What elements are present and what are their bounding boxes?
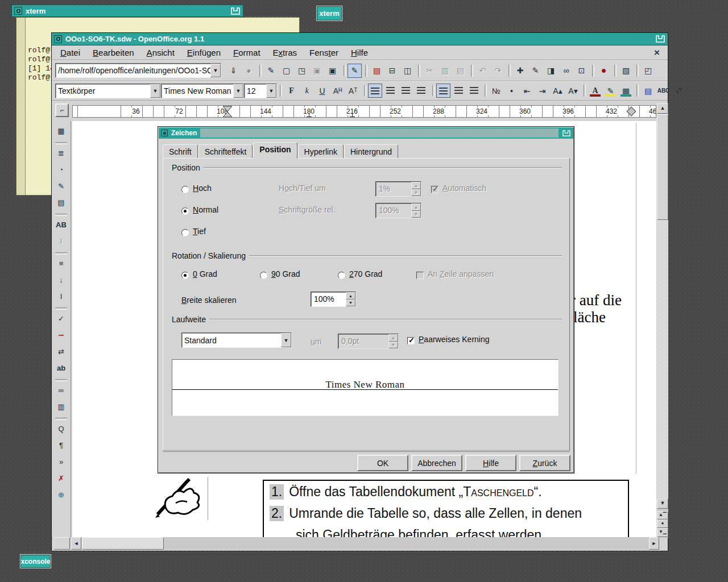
scroll-down-button[interactable]: ▼	[657, 498, 668, 509]
form-functions-icon[interactable]: ▤	[54, 196, 68, 210]
radio-0-grad[interactable]	[181, 272, 189, 279]
increase-font-icon[interactable]: A▴	[551, 84, 565, 98]
url-dropdown-button[interactable]: ▼	[210, 64, 221, 77]
vertical-scrollbar-track[interactable]	[657, 220, 668, 498]
spin-down-icon[interactable]: ▼	[346, 300, 355, 307]
scroll-left-button[interactable]: ◄	[71, 537, 81, 550]
line-spacing-1-icon[interactable]	[436, 84, 450, 98]
insert-fields-icon[interactable]: ≣	[54, 146, 68, 160]
radio-90-grad[interactable]	[260, 272, 267, 279]
url-combo[interactable]: /home/rolf/openoffice/anleitungen/OOo1-S…	[55, 63, 221, 78]
scroll-right-button[interactable]: ►	[649, 537, 659, 550]
undo-icon[interactable]: ↶	[475, 64, 490, 78]
line-spacing-15-icon[interactable]	[452, 84, 466, 98]
subscript-icon[interactable]: Aᵀ	[346, 84, 360, 98]
superscript-icon[interactable]: Aᴴ	[330, 84, 345, 98]
menu-item-ansicht[interactable]: Ansicht	[140, 47, 181, 59]
increase-indent-icon[interactable]: ⇥	[535, 84, 549, 98]
horizontal-ruler[interactable]: 3672108144180216252288324360396432468	[72, 105, 656, 118]
online-layout-icon[interactable]: ⊕	[54, 488, 68, 502]
open-folder-icon[interactable]: ◰	[641, 64, 655, 78]
edit-mode-icon[interactable]: ✎	[348, 64, 362, 78]
laufweite-combo[interactable]: Standard ▼	[181, 332, 292, 348]
menu-item-extras[interactable]: Extras	[267, 47, 304, 59]
online-layout-icon[interactable]: ⊡	[574, 64, 589, 78]
reduce-font-icon[interactable]: A▾	[566, 84, 580, 98]
align-right-icon[interactable]	[399, 84, 413, 98]
tab-type-button[interactable]: ⌐	[55, 103, 69, 117]
paragraph-background-icon[interactable]: ▦	[619, 84, 633, 98]
menu-item-einf-gen[interactable]: Einfügen	[181, 47, 227, 59]
insert-object-icon[interactable]: ◔	[54, 163, 68, 177]
save-document-icon[interactable]: ▣	[310, 64, 324, 78]
save-all-icon[interactable]: ▣	[325, 64, 340, 78]
hierarchy-icon[interactable]: ↓	[54, 273, 68, 287]
cut-icon[interactable]: ✂	[423, 64, 437, 78]
new-document-icon[interactable]: ▢	[279, 64, 293, 78]
insert-graphics-icon[interactable]: ▧	[619, 64, 633, 78]
font-name-value[interactable]: Times New Roman	[162, 86, 233, 95]
export-pdf-icon[interactable]: ▤	[370, 64, 384, 78]
tab-stop-marker[interactable]	[306, 113, 312, 117]
tab-schrift[interactable]: Schrift	[163, 144, 198, 159]
radio-tief[interactable]	[181, 229, 189, 236]
tab-hyperlink[interactable]: Hyperlink	[298, 144, 344, 159]
xconsole-minimized-icon[interactable]: xconsole	[20, 555, 51, 568]
laufweite-value[interactable]: Standard	[182, 336, 281, 345]
data-sources-icon[interactable]: ▥	[54, 400, 68, 414]
abbrechen-button[interactable]: Abbrechen	[411, 455, 462, 471]
navigator-icon[interactable]: ✚	[513, 64, 527, 78]
style-dropdown-button[interactable]: ▼	[150, 84, 160, 98]
font-dropdown-button[interactable]: ▼	[233, 84, 243, 98]
search-icon[interactable]: ∞	[54, 383, 68, 397]
stylist-icon[interactable]: ✎	[528, 64, 543, 78]
direct-cursor-icon[interactable]: I	[54, 234, 68, 248]
gallery-icon[interactable]: ◨	[544, 64, 558, 78]
dialog-menu-button[interactable]	[161, 130, 168, 136]
autotext-icon[interactable]: AB	[54, 218, 68, 232]
open-document-icon[interactable]: ◳	[295, 64, 309, 78]
menu-item-fenster[interactable]: Fenster	[303, 47, 345, 59]
url-value[interactable]: /home/rolf/openoffice/anleitungen/OOo1-S…	[56, 66, 210, 75]
spellcheck-icon[interactable]: ✓	[54, 311, 68, 326]
print-icon[interactable]: ⊟	[385, 64, 399, 78]
horizontal-scrollbar-thumb[interactable]	[82, 537, 164, 550]
menu-item-hilfe[interactable]: Hilfe	[345, 47, 374, 59]
stop-loading-icon[interactable]: ●	[242, 64, 256, 78]
dialog-titlebar[interactable]: Zeichen	[159, 127, 573, 139]
xterm-minimized-icon[interactable]: xterm	[317, 6, 342, 20]
hyperlink-cursor-icon[interactable]: »	[54, 455, 68, 469]
menu-item-bearbeiten[interactable]: Bearbeiten	[86, 47, 140, 59]
character-dialog-icon[interactable]: ▤	[641, 84, 655, 98]
copy-icon[interactable]: ▥	[438, 64, 452, 78]
insert-table-icon[interactable]: ▦	[54, 124, 68, 138]
radio-hoch-label[interactable]: Hoch	[193, 184, 212, 193]
align-center-icon[interactable]	[383, 84, 398, 98]
autoformat-icon[interactable]: ABC	[656, 84, 671, 98]
indent-marker[interactable]	[222, 106, 233, 118]
hilfe-button[interactable]: Hilfe	[465, 455, 516, 471]
resize-icon[interactable]	[562, 130, 571, 137]
document-close-button[interactable]: ×	[648, 47, 665, 59]
paarweises-kerning-label[interactable]: Paarweises Kerning	[419, 335, 490, 344]
underline-icon[interactable]: U	[315, 84, 329, 98]
paste-icon[interactable]: ▤	[453, 64, 468, 78]
tab-schrifteffekt[interactable]: Schrifteffekt	[198, 144, 253, 159]
window-menu-button[interactable]	[54, 35, 62, 43]
italic-icon[interactable]: k	[300, 84, 314, 98]
nonprinting-characters-icon[interactable]: ¶	[54, 438, 68, 452]
highlighting-icon[interactable]: ✎	[603, 84, 618, 98]
edit-file-icon[interactable]: ✎	[264, 64, 278, 78]
bold-icon[interactable]: F	[284, 84, 299, 98]
menu-item-datei[interactable]: Datei	[54, 47, 86, 59]
radio-0-grad-label[interactable]: 0 Grad	[193, 269, 217, 278]
horizontal-scrollbar[interactable]: ◄ ►	[52, 537, 656, 550]
tab-stop-marker[interactable]	[349, 113, 355, 117]
size-dropdown-button[interactable]: ▼	[266, 84, 276, 98]
scroll-up-button[interactable]: ▲	[657, 103, 668, 114]
tab-hintergrund[interactable]: Hintergrund	[344, 144, 398, 159]
redo-icon[interactable]: ↷	[491, 64, 505, 78]
draw-functions-icon[interactable]: ✎	[54, 179, 68, 193]
laufweite-dropdown-button[interactable]: ▼	[281, 333, 291, 347]
zurueck-button[interactable]: Zurück	[519, 455, 570, 471]
